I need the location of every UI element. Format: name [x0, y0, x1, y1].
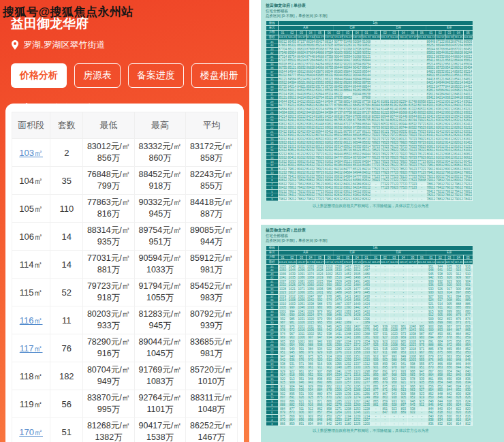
price-cell: 1044: [287, 268, 297, 272]
unit-panel-filter-range: 总价区间 [0-不限]，单价区间 [0-不限]: [266, 14, 504, 19]
price-cell: 79212: [426, 174, 436, 178]
price-cell: 81012: [324, 174, 334, 178]
filter-button-row: 价格分析 房源表 备案进度 楼盘相册: [11, 63, 238, 88]
price-cell: 85412: [297, 74, 306, 78]
price-cell: 86755: [362, 119, 371, 123]
price-cell: 81612: [297, 144, 306, 148]
price-cell: 86121: [334, 129, 343, 133]
price-cell: 1010: [324, 264, 334, 268]
price-analysis-button[interactable]: 价格分析: [11, 63, 67, 88]
listings-button[interactable]: 房源表: [74, 63, 121, 88]
price-cell: 78612: [463, 193, 473, 198]
price-cell: 83412: [445, 104, 454, 108]
price-cell: 82812: [454, 126, 464, 130]
price-cell: 86810: [297, 47, 306, 51]
price-cell: 81812: [426, 126, 436, 130]
price-cell: 826: [445, 422, 454, 426]
price-cell: 80744: [380, 119, 390, 123]
grid-row: 4387704861218681087868850688775890417910…: [266, 47, 473, 51]
price-cell: 87935: [343, 107, 353, 111]
price-cell: 79212: [463, 182, 473, 186]
price-cell: 82412: [324, 148, 334, 153]
price-cell: 79412: [463, 178, 473, 183]
area-link[interactable]: 117㎡: [20, 343, 43, 353]
price-cell: 80412: [297, 167, 306, 171]
price-cell: 1292: [334, 396, 343, 400]
price-cell: 85912: [334, 133, 343, 138]
price-cell: 78323: [408, 163, 418, 168]
price-cell: 90203: [334, 51, 343, 55]
price-cell: 78812: [436, 197, 445, 201]
grid-row: 2383812822128281283812814488381286544871…: [266, 122, 473, 126]
price-cell: 79812: [445, 171, 454, 175]
price-cell: 83812: [324, 122, 334, 126]
price-cell: 79812: [454, 182, 464, 186]
price-cell: 83012: [426, 104, 436, 108]
price-cell: 79012: [454, 197, 464, 201]
price-cell: 1397: [343, 302, 353, 306]
area-link[interactable]: 103㎡: [19, 148, 43, 158]
album-button[interactable]: 楼盘相册: [191, 63, 247, 88]
price-cell: 84821: [454, 89, 464, 93]
price-cell: 80744: [315, 133, 325, 138]
price-cell: 81812: [324, 159, 334, 163]
price-cell: 82612: [306, 144, 315, 148]
price-cell: 84584: [324, 107, 334, 111]
grid-row: 2283612820128261283612812228361286332869…: [266, 126, 473, 130]
price-cell: 81612: [454, 148, 464, 153]
price-cell: 83612: [352, 197, 362, 201]
price-cell: -: [408, 422, 418, 426]
price-cell: 86252: [445, 51, 454, 55]
price-cell: 84777: [436, 84, 445, 89]
price-cell: 80322: [398, 133, 408, 138]
price-cell: 84944: [324, 99, 334, 104]
header-unit-count: 套数: [50, 112, 83, 139]
price-cell: 1023: [408, 343, 418, 347]
price-cell: 1495: [334, 287, 343, 291]
record-progress-button[interactable]: 备案进度: [128, 63, 184, 88]
price-cell: 1411: [334, 332, 343, 336]
price-cell: 78123: [417, 152, 426, 156]
price-cell: 83012: [362, 189, 371, 193]
price-cell: 1306: [343, 354, 353, 358]
area-link[interactable]: 170㎡: [19, 427, 43, 437]
price-cell: 83212: [454, 119, 464, 123]
price-cell: 83412: [278, 129, 287, 133]
price-cell: 81881: [315, 114, 325, 119]
max-price: 92764元/㎡1101万: [134, 390, 186, 418]
price-cell: 83412: [463, 104, 473, 108]
price-cell: 83612: [334, 178, 343, 183]
price-cell: 85612: [426, 54, 436, 59]
grid-row: 4588012864558713788284854278811490777914…: [266, 40, 473, 44]
unit-count: 35: [50, 167, 83, 195]
grid-row: 1882812812128181282812803228281285532861…: [266, 141, 473, 145]
price-cell: 1351: [352, 354, 362, 358]
price-cell: 83812: [454, 107, 464, 111]
summary-row: 116㎡1180203元/㎡933万81283元/㎡945万80792元/㎡93…: [12, 306, 238, 334]
area-link[interactable]: 116㎡: [20, 315, 43, 326]
price-cell: 1003: [287, 302, 297, 306]
price-cell: 1250: [334, 418, 343, 422]
price-cell: 79723: [408, 137, 418, 141]
price-cell: 84384: [334, 163, 343, 168]
price-cell: 76923: [371, 178, 381, 183]
price-cell: 87358: [352, 126, 362, 130]
price-cell: 89544: [362, 66, 371, 70]
price-cell: 1046: [297, 306, 306, 310]
price-cell: 1260: [352, 403, 362, 407]
price-cell: 86918: [352, 133, 362, 138]
price-cell: 83612: [436, 107, 445, 111]
price-cell: 85832: [454, 69, 464, 74]
price-cell: 80744: [390, 114, 399, 119]
price-cell: 83212: [306, 133, 315, 138]
price-cell: 1041: [297, 309, 306, 313]
price-cell: 1051: [297, 302, 306, 306]
price-cell: 85812: [463, 59, 473, 63]
price-cell: 1042: [306, 298, 315, 302]
price-cell: 1285: [343, 366, 353, 370]
price-cell: 85314: [278, 92, 287, 96]
price-cell: 77923: [380, 171, 390, 175]
price-cell: 80212: [463, 163, 473, 168]
price-cell: 844: [315, 422, 325, 426]
price-cell: 1015: [306, 321, 315, 325]
